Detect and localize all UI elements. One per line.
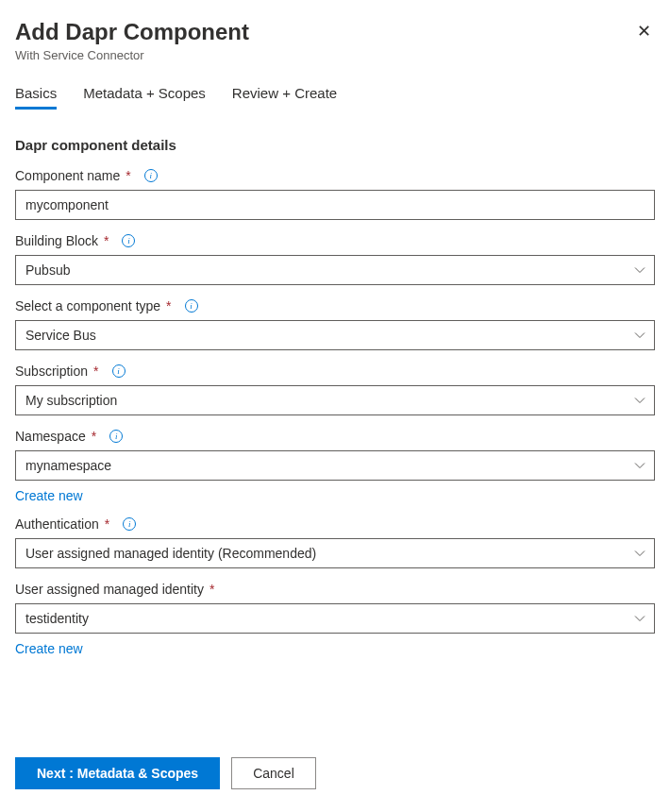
component-name-label: Component name	[15, 168, 120, 183]
component-type-select[interactable]: Service Bus	[15, 320, 655, 350]
authentication-label: Authentication	[15, 516, 99, 532]
info-icon[interactable]: i	[109, 430, 123, 443]
required-marker: *	[126, 168, 130, 183]
component-name-input[interactable]	[15, 190, 655, 220]
info-icon[interactable]: i	[144, 169, 158, 182]
field-subscription: Subscription * i My subscription	[15, 364, 655, 415]
tab-basics[interactable]: Basics	[15, 85, 57, 109]
field-component-name: Component name * i	[15, 168, 655, 220]
next-button[interactable]: Next : Metadata & Scopes	[15, 757, 220, 789]
create-new-identity-link[interactable]: Create new	[15, 641, 83, 656]
field-component-type: Select a component type * i Service Bus	[15, 298, 655, 350]
tab-metadata-scopes[interactable]: Metadata + Scopes	[83, 85, 206, 109]
section-title: Dapr component details	[15, 137, 655, 153]
required-marker: *	[209, 582, 214, 597]
tab-review-create[interactable]: Review + Create	[232, 85, 337, 109]
subscription-label: Subscription	[15, 364, 88, 379]
building-block-label: Building Block	[15, 233, 98, 248]
identity-select[interactable]: testidentity	[15, 603, 655, 634]
panel-header: Add Dapr Component With Service Connecto…	[15, 19, 655, 62]
page-title: Add Dapr Component	[15, 19, 249, 46]
field-authentication: Authentication * i User assigned managed…	[15, 516, 655, 568]
required-marker: *	[166, 298, 171, 313]
field-building-block: Building Block * i Pubsub	[15, 233, 655, 285]
component-type-label: Select a component type	[15, 298, 160, 313]
required-marker: *	[104, 233, 109, 248]
namespace-label: Namespace	[15, 429, 86, 444]
info-icon[interactable]: i	[185, 299, 198, 313]
field-identity: User assigned managed identity * testide…	[15, 582, 655, 656]
field-namespace: Namespace * i mynamespace Create new	[15, 429, 655, 503]
subscription-select[interactable]: My subscription	[15, 385, 655, 415]
page-subtitle: With Service Connector	[15, 48, 249, 62]
info-icon[interactable]: i	[112, 364, 126, 378]
create-new-namespace-link[interactable]: Create new	[15, 488, 83, 503]
cancel-button[interactable]: Cancel	[231, 757, 316, 789]
required-marker: *	[105, 516, 109, 532]
namespace-select[interactable]: mynamespace	[15, 450, 655, 481]
info-icon[interactable]: i	[122, 234, 135, 247]
close-icon: ✕	[637, 22, 651, 41]
identity-label: User assigned managed identity	[15, 582, 204, 597]
required-marker: *	[92, 429, 96, 444]
close-button[interactable]: ✕	[633, 19, 655, 43]
authentication-select[interactable]: User assigned managed identity (Recommen…	[15, 538, 655, 568]
building-block-select[interactable]: Pubsub	[15, 255, 655, 285]
tabs: Basics Metadata + Scopes Review + Create	[15, 85, 655, 109]
required-marker: *	[93, 364, 98, 379]
footer: Next : Metadata & Scopes Cancel	[15, 757, 655, 789]
info-icon[interactable]: i	[123, 517, 136, 531]
